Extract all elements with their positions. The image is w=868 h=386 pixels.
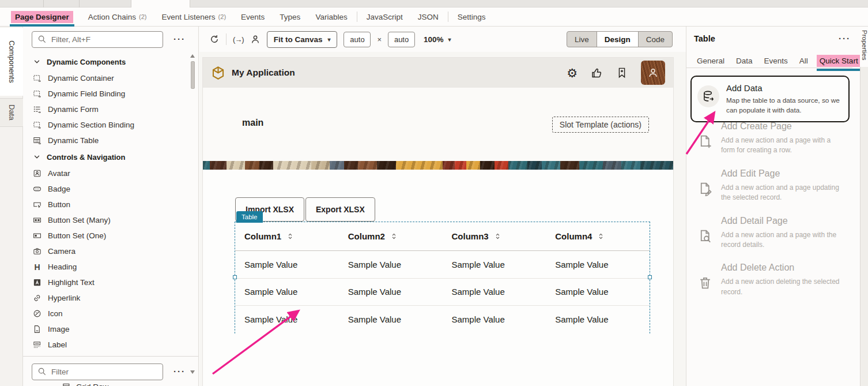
page-search-icon <box>698 229 712 243</box>
tab-javascript[interactable]: JavaScript <box>359 8 410 27</box>
props-tab-general[interactable]: General <box>694 55 727 67</box>
tab-events[interactable]: Events <box>233 8 272 27</box>
quick-start-add-data-card[interactable]: Add Data Map the table to a data source,… <box>690 76 850 122</box>
gear-icon[interactable]: ⚙ <box>567 67 578 79</box>
refresh-icon[interactable] <box>209 34 220 44</box>
sort-icon[interactable] <box>494 233 501 240</box>
props-tab-all[interactable]: All <box>797 55 811 67</box>
structure-filter-input[interactable] <box>32 363 163 380</box>
label-icon <box>33 340 41 349</box>
tab-json[interactable]: JSON <box>410 8 446 27</box>
tab-page-designer[interactable]: Page Designer <box>3 8 81 27</box>
search-icon <box>37 35 47 44</box>
toolbar-divider <box>226 33 227 45</box>
canvas-width-input[interactable] <box>344 32 371 47</box>
preview-table[interactable]: Column1 Column2 Column3 Column4 Sample V… <box>235 222 650 333</box>
palette-item-icon[interactable]: Icon <box>23 306 188 321</box>
table-row[interactable]: Sample Value Sample Value Sample Value S… <box>235 279 650 306</box>
palette-item-button-set-one[interactable]: Button Set (One) <box>23 228 188 243</box>
preview-page-body: main Slot Template (actions) Import XLSX… <box>203 88 673 386</box>
palette-item-dynamic-field-binding[interactable]: Dynamic Field Binding <box>23 86 188 102</box>
palette-item-button-set-many[interactable]: Button Set (Many) <box>23 212 188 228</box>
palette-item-highlight-text[interactable]: Highlight Text <box>23 275 188 290</box>
palette-item-hyperlink[interactable]: Hyperlink <box>23 290 188 306</box>
quick-start-add-create-page: Add Create Page Add a new action and a p… <box>690 121 855 156</box>
sort-icon[interactable] <box>597 233 605 240</box>
palette-item-badge[interactable]: Badge <box>23 181 188 197</box>
column-header[interactable]: Column1 <box>235 231 339 241</box>
column-header[interactable]: Column3 <box>443 231 546 241</box>
components-filter-input[interactable] <box>32 31 163 48</box>
caret-down-icon: ▾ <box>448 36 451 43</box>
palette-item-label[interactable]: Label <box>23 337 188 353</box>
properties-menu-button[interactable]: ··· <box>839 36 851 42</box>
collapsed-panel-strip[interactable]: Properties <box>860 27 868 386</box>
thumbs-up-icon[interactable] <box>591 67 603 79</box>
rail-tab-components[interactable]: Components <box>0 28 24 96</box>
selection-handle-left[interactable] <box>233 275 237 279</box>
palette-menu-button[interactable]: ··· <box>173 36 186 42</box>
slot-template-placeholder[interactable]: Slot Template (actions) <box>552 117 649 133</box>
user-preview-icon[interactable] <box>250 34 261 44</box>
section-controls-navigation[interactable]: Controls & Navigation <box>23 148 188 166</box>
tab-types[interactable]: Types <box>272 8 308 27</box>
tab-action-chains[interactable]: Action Chains(2) <box>81 8 154 27</box>
palette-item-dynamic-table[interactable]: Dynamic Table <box>23 133 188 148</box>
zoom-dropdown[interactable]: 100% ▾ <box>424 35 451 44</box>
mode-code-button[interactable]: Code <box>638 31 673 47</box>
palette-item-dynamic-container[interactable]: Dynamic Container <box>23 70 188 86</box>
export-xlsx-button[interactable]: Export XLSX <box>305 197 375 222</box>
palette-item-dynamic-form[interactable]: Dynamic Form <box>23 102 188 117</box>
hyperlink-icon <box>33 294 41 302</box>
trash-icon <box>698 276 712 290</box>
table-cell: Sample Value <box>235 314 339 324</box>
collapsed-panel-track <box>860 67 868 386</box>
structure-item-partial[interactable]: Grid Row <box>62 383 108 386</box>
properties-panel: Table ··· General Data Events All Quick … <box>686 27 860 386</box>
bookmark-plus-icon[interactable] <box>616 67 628 78</box>
selection-handle-right[interactable] <box>648 275 652 279</box>
sort-icon[interactable] <box>390 233 398 240</box>
table-cell: Sample Value <box>546 287 650 297</box>
quick-start-list: Add Create Page Add a new action and a p… <box>690 121 855 310</box>
props-tab-data[interactable]: Data <box>733 55 756 67</box>
properties-divider <box>686 68 852 68</box>
table-row[interactable]: Sample Value Sample Value Sample Value S… <box>235 251 650 279</box>
palette-item-camera[interactable]: Camera <box>23 243 188 259</box>
props-tab-quick-start[interactable]: Quick Start <box>817 55 861 67</box>
fit-to-canvas-dropdown[interactable]: Fit to Canvas ▾ <box>267 31 338 48</box>
rail-tab-data[interactable]: Data <box>0 98 23 127</box>
tab-variables[interactable]: Variables <box>308 8 354 27</box>
table-cell: Sample Value <box>235 287 339 297</box>
palette-item-heading[interactable]: HHeading <box>23 259 188 275</box>
scrollbar-thumb[interactable] <box>191 61 195 89</box>
mode-switcher: Live Design Code <box>567 31 673 47</box>
palette-item-avatar[interactable]: Avatar <box>23 166 188 181</box>
tab-event-listeners[interactable]: Event Listeners(2) <box>154 8 234 27</box>
components-palette: ··· Dynamic Components Dynamic Container… <box>23 27 199 386</box>
palette-scrollbar[interactable] <box>190 54 195 378</box>
props-tab-events[interactable]: Events <box>761 55 791 67</box>
mode-live-button[interactable]: Live <box>567 31 597 47</box>
scroll-up-icon[interactable] <box>190 54 195 58</box>
tab-settings[interactable]: Settings <box>450 8 493 27</box>
column-header[interactable]: Column2 <box>339 231 443 241</box>
structure-menu-button[interactable]: ··· <box>173 369 186 374</box>
active-document-tab[interactable] <box>131 0 190 8</box>
table-row[interactable]: Sample Value Sample Value Sample Value S… <box>235 306 650 333</box>
section-dynamic-components[interactable]: Dynamic Components <box>23 53 188 70</box>
palette-item-dynamic-section-binding[interactable]: Dynamic Section Binding <box>23 117 188 133</box>
palette-item-image[interactable]: Image <box>23 321 188 337</box>
app-title: My Application <box>232 68 295 78</box>
column-header[interactable]: Column4 <box>546 231 650 241</box>
canvas-height-input[interactable] <box>388 32 415 47</box>
table-cell: Sample Value <box>339 314 443 324</box>
image-icon <box>33 325 41 333</box>
dynamic-form-icon <box>33 105 41 114</box>
live-mappings-icon[interactable]: (→) <box>233 35 244 44</box>
sort-icon[interactable] <box>286 233 294 240</box>
user-avatar[interactable] <box>641 61 665 85</box>
button-set-one-icon <box>33 231 41 240</box>
palette-item-button[interactable]: Button <box>23 197 188 212</box>
mode-design-button[interactable]: Design <box>597 31 639 47</box>
